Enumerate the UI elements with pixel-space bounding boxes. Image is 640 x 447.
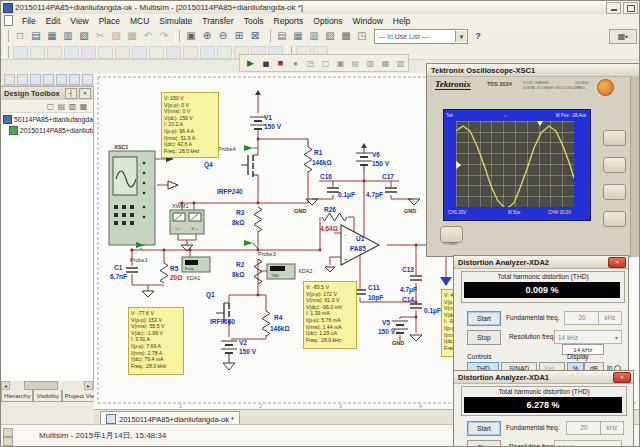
- component-c13[interactable]: C13 4.7μF: [400, 266, 422, 294]
- save-icon[interactable]: ▦: [45, 29, 59, 43]
- start-button[interactable]: Start: [467, 421, 501, 436]
- probe3[interactable]: Probe3: [244, 240, 276, 257]
- chevron-down-icon[interactable]: ▾: [612, 334, 621, 341]
- run-icon[interactable]: ▶: [244, 57, 257, 70]
- voltage-probe-icon[interactable]: [440, 277, 452, 286]
- scroll-thumb[interactable]: [24, 381, 58, 390]
- database-icon[interactable]: ▥: [307, 29, 321, 43]
- resolution-freq-select[interactable]: 14 kHz ▾: [554, 440, 622, 447]
- instrument-xsc1[interactable]: XSC1: [109, 144, 155, 245]
- component-icon[interactable]: [64, 46, 79, 59]
- pause-icon[interactable]: ▮▮: [259, 57, 272, 70]
- component-icon[interactable]: [149, 46, 164, 59]
- print-preview-icon[interactable]: ▧: [77, 29, 91, 43]
- spreadsheet-icon[interactable]: ▦: [291, 29, 305, 43]
- component-r5[interactable]: R5 20Ω: [160, 263, 182, 283]
- component-v5[interactable]: V5 150 V: [378, 319, 408, 335]
- virtual-component-icon[interactable]: [69, 74, 80, 85]
- component-v1[interactable]: V1 150 V: [250, 90, 282, 130]
- component-c1[interactable]: C1 6.7nF: [110, 264, 138, 280]
- component-r1[interactable]: R1 146kΩ: [304, 139, 332, 172]
- tree-item-sheet[interactable]: 20150114PA85+dianliufangda: [1, 125, 93, 136]
- menu-window[interactable]: Window: [348, 16, 388, 26]
- component-icon[interactable]: [115, 46, 130, 59]
- component-icon[interactable]: [132, 46, 147, 59]
- component-c14[interactable]: C14 0.1μF: [402, 296, 441, 315]
- fundamental-freq-input[interactable]: 20: [566, 421, 602, 435]
- component-v2[interactable]: V2 150 V: [221, 339, 257, 370]
- xda2-title-bar[interactable]: Distortion Analyzer-XDA2 ×: [454, 256, 628, 269]
- fundamental-freq-input[interactable]: 20: [564, 311, 600, 325]
- virtual-component-icon[interactable]: [56, 74, 67, 85]
- xda1-title-bar[interactable]: Distortion Analyzer-XDA1 ×: [454, 371, 633, 384]
- step-into-icon[interactable]: ▢: [319, 57, 332, 70]
- zoom-area-icon[interactable]: ⊞: [232, 29, 246, 43]
- component-icon[interactable]: [13, 46, 28, 59]
- virtual-component-icon[interactable]: [4, 74, 15, 85]
- scope-menu-button[interactable]: [603, 184, 626, 200]
- step-out-icon[interactable]: ▣: [334, 57, 347, 70]
- restore-button[interactable]: [623, 2, 638, 14]
- menu-options[interactable]: Options: [308, 16, 347, 26]
- paste-icon[interactable]: ▩: [125, 29, 139, 43]
- fundamental-freq-unit[interactable]: kHz: [598, 311, 622, 325]
- run-to-cursor-icon[interactable]: ▤: [349, 57, 362, 70]
- menu-file[interactable]: File: [17, 16, 41, 26]
- stop-button[interactable]: Stop: [467, 440, 501, 447]
- menu-tools[interactable]: Tools: [239, 16, 269, 26]
- remove-breakpoint-icon[interactable]: ▦: [379, 57, 392, 70]
- component-icon[interactable]: [183, 46, 198, 59]
- instrument-xda2-icon[interactable]: THD XDA2: [267, 264, 312, 279]
- component-icon[interactable]: [98, 46, 113, 59]
- scroll-right-icon[interactable]: ▸: [84, 381, 93, 390]
- undo-icon[interactable]: ↶: [141, 29, 155, 43]
- component-q4[interactable]: Q4 IRFP240: [204, 155, 258, 195]
- grapher-icon[interactable]: ▩: [339, 29, 353, 43]
- breakpoint-icon[interactable]: ▥: [364, 57, 377, 70]
- probe4[interactable]: Probe4: [218, 145, 258, 152]
- scope-menu-button[interactable]: [603, 211, 626, 227]
- component-q1[interactable]: Q1 IRF9640: [206, 291, 235, 325]
- oscilloscope-title-bar[interactable]: Tektronix Oscilloscope-XSC1: [427, 64, 640, 77]
- postprocessor-icon[interactable]: ◳: [355, 29, 369, 43]
- open-schematic-icon[interactable]: ▤: [56, 101, 67, 112]
- component-icon[interactable]: [81, 46, 96, 59]
- design-toolbox-header[interactable]: Design Toolbox ┤ ×: [1, 87, 93, 100]
- scope-menu-button[interactable]: [603, 157, 626, 173]
- step-over-icon[interactable]: ◳: [304, 57, 317, 70]
- virtual-component-icon[interactable]: [82, 74, 93, 85]
- in-use-list-combo[interactable]: --- In Use List --- ▾: [374, 29, 468, 44]
- zoom-out-icon[interactable]: ⊖: [216, 29, 230, 43]
- open-file-icon[interactable]: ▤: [29, 29, 43, 43]
- close-icon[interactable]: ×: [608, 257, 626, 268]
- start-button[interactable]: Start: [467, 311, 501, 326]
- minimize-button[interactable]: [606, 2, 621, 14]
- combo-arrow-icon[interactable]: ▾: [455, 31, 467, 42]
- menu-transfer[interactable]: Transfer: [197, 16, 238, 26]
- debug-icon[interactable]: ▧: [394, 57, 407, 70]
- menu-view[interactable]: View: [65, 16, 93, 26]
- component-c17[interactable]: C17 4.7pF GND: [366, 173, 420, 214]
- component-icon[interactable]: [200, 46, 215, 59]
- keyboard-icon[interactable]: ▦▪: [609, 29, 637, 44]
- power-led-button[interactable]: [597, 79, 614, 96]
- new-file-icon[interactable]: □: [13, 29, 27, 43]
- scroll-left-icon[interactable]: ◂: [1, 381, 10, 390]
- full-screen-icon[interactable]: ▣: [184, 29, 198, 43]
- copy-icon[interactable]: ▨: [109, 29, 123, 43]
- help-button[interactable]: ?: [472, 30, 484, 42]
- close-panel-button[interactable]: ×: [79, 88, 91, 99]
- scope-power-button[interactable]: [440, 226, 463, 243]
- pin-panel-button[interactable]: ┤: [65, 88, 77, 99]
- menu-mcu[interactable]: MCU: [125, 16, 154, 26]
- virtual-component-icon[interactable]: [17, 74, 28, 85]
- tab-visibility[interactable]: Visibility: [33, 390, 61, 402]
- menu-edit[interactable]: Edit: [41, 16, 66, 26]
- cut-icon[interactable]: ✂: [93, 29, 107, 43]
- new-schematic-icon[interactable]: ▢: [45, 101, 56, 112]
- close-schematic-icon[interactable]: ▦: [78, 101, 89, 112]
- scope-menu-button[interactable]: [603, 130, 626, 146]
- component-c11[interactable]: C11 10pF: [354, 284, 383, 302]
- instrument-xwm1[interactable]: XWM1 - I + - V +: [170, 203, 204, 234]
- component-icon[interactable]: [47, 46, 62, 59]
